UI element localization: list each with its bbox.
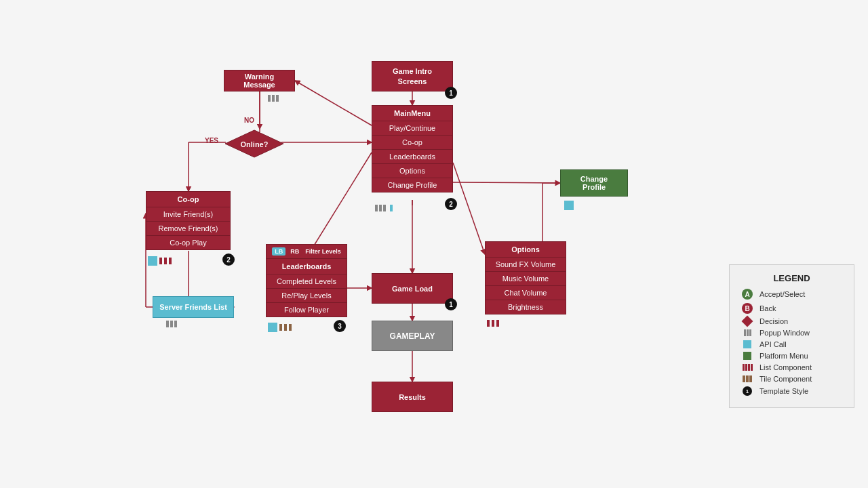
lb-tile-1 — [279, 324, 282, 331]
options-chat: Chat Volume — [486, 286, 566, 300]
svg-text:Online?: Online? — [241, 140, 269, 148]
svg-line-7 — [295, 81, 372, 125]
options-bottom-icons — [487, 320, 499, 327]
legend-back: B Back — [741, 303, 843, 314]
legend-badge-icon: 1 — [743, 386, 752, 396]
svg-line-14 — [453, 163, 485, 254]
template-style-badge-main-menu: 2 — [445, 198, 457, 210]
leaderboards-bottom-icons — [268, 323, 292, 332]
legend-list-label: List Component — [760, 363, 812, 371]
leaderboards-replay: Re/Play Levels — [267, 289, 347, 303]
options-list-3 — [496, 320, 499, 327]
main-menu-header: MainMenu — [372, 106, 452, 121]
coop-invite: Invite Friend(s) — [146, 207, 230, 222]
legend-popup-icon — [744, 329, 751, 336]
lb-button: LB — [272, 247, 285, 256]
options-list-2 — [492, 320, 494, 327]
legend-accept: A Accept/Select — [741, 289, 843, 300]
legend-platform: Platform Menu — [741, 352, 843, 360]
warning-message-node: Warning Message — [224, 70, 295, 92]
game-intro-node: Game Intro Screens — [372, 61, 453, 92]
svg-line-15 — [453, 182, 560, 183]
legend-btn-a: A — [742, 289, 753, 300]
results-node: Results — [372, 382, 453, 412]
legend-platform-label: Platform Menu — [760, 352, 808, 360]
template-style-badge-game-load: 1 — [445, 298, 457, 310]
legend-template: 1 Template Style — [741, 386, 843, 396]
coop-node: Co-op Invite Friend(s) Remove Friend(s) … — [146, 191, 231, 250]
template-style-badge-lb: 3 — [334, 320, 346, 332]
legend-back-label: Back — [760, 304, 776, 312]
change-profile-api — [564, 201, 574, 210]
legend-platform-icon — [743, 352, 751, 360]
legend-api-label: API Call — [760, 340, 787, 348]
online-diamond-node: Online? YES NO — [224, 129, 285, 159]
legend-accept-label: Accept/Select — [760, 290, 805, 298]
svg-line-12 — [307, 152, 372, 258]
legend-decision-label: Decision — [760, 317, 788, 325]
coop-bottom-icons — [148, 256, 172, 266]
coop-list-2 — [164, 258, 167, 264]
main-menu-node: MainMenu Play/Continue Co-op Leaderboard… — [372, 105, 453, 192]
template-style-badge-coop: 2 — [222, 253, 235, 266]
coop-header: Co-op — [146, 192, 230, 207]
legend-title: LEGEND — [741, 273, 843, 283]
legend-tile: Tile Component — [741, 375, 843, 383]
main-menu-options: Options — [372, 164, 452, 178]
legend-api-icon — [743, 340, 751, 348]
coop-play: Co-op Play — [146, 236, 230, 249]
legend-panel: LEGEND A Accept/Select B Back Decision P… — [729, 264, 854, 408]
main-menu-play: Play/Continue — [372, 121, 452, 136]
legend-list: List Component — [741, 363, 843, 371]
lb-tile-3 — [289, 324, 292, 331]
main-menu-leaderboards: Leaderboards — [372, 150, 452, 164]
main-menu-change-profile: Change Profile — [372, 178, 452, 192]
main-menu-popup-indicator — [375, 205, 393, 211]
legend-popup: Popup Window — [741, 329, 843, 337]
legend-template-label: Template Style — [760, 387, 808, 395]
coop-list-1 — [159, 258, 162, 264]
options-brightness: Brightness — [486, 300, 566, 314]
legend-list-icon — [743, 364, 753, 371]
leaderboards-follow: Follow Player — [267, 303, 347, 317]
template-style-badge-1: 1 — [445, 87, 457, 99]
rb-button: RB — [288, 247, 302, 256]
leaderboards-node: LB RB Filter Levels Leaderboards Complet… — [266, 244, 347, 317]
options-node: Options Sound FX Volume Music Volume Cha… — [485, 241, 566, 314]
change-profile-node: Change Profile — [560, 169, 628, 197]
legend-api: API Call — [741, 340, 843, 348]
leaderboards-title: Leaderboards — [267, 259, 347, 274]
game-load-node: Game Load — [372, 273, 453, 304]
options-header: Options — [486, 242, 566, 258]
coop-api-icon — [148, 256, 157, 266]
server-friends-node: Server Friends List — [153, 296, 234, 318]
coop-list-3 — [169, 258, 172, 264]
legend-popup-label: Popup Window — [760, 329, 810, 337]
leaderboards-completed: Completed Levels — [267, 274, 347, 289]
gameplay-node: GAMEPLAY — [372, 321, 453, 351]
legend-btn-b: B — [742, 303, 753, 314]
options-list-1 — [487, 320, 490, 327]
coop-remove: Remove Friend(s) — [146, 222, 230, 236]
no-label: NO — [244, 117, 254, 124]
legend-tile-label: Tile Component — [760, 375, 812, 383]
legend-diamond-icon — [742, 316, 753, 327]
yes-label: YES — [205, 137, 218, 144]
main-menu-coop: Co-op — [372, 136, 452, 150]
options-sfx: Sound FX Volume — [486, 258, 566, 272]
lb-tile-2 — [284, 324, 287, 331]
lb-api-icon — [268, 323, 277, 332]
leaderboards-header: LB RB Filter Levels — [267, 245, 347, 259]
legend-tile-icon — [743, 375, 752, 382]
warning-popup-indicator — [268, 95, 279, 102]
server-friends-popup — [166, 321, 177, 327]
legend-decision: Decision — [741, 317, 843, 325]
options-music: Music Volume — [486, 272, 566, 286]
